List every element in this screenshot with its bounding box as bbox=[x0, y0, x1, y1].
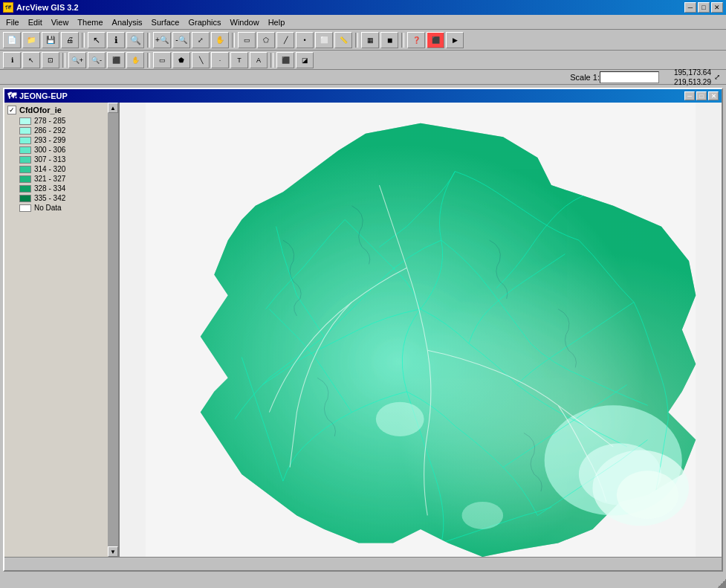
tool-extra1[interactable]: A bbox=[250, 52, 268, 68]
scale-input[interactable] bbox=[600, 71, 659, 83]
tool-pan[interactable]: ✋ bbox=[211, 32, 229, 48]
svg-point-3 bbox=[376, 402, 424, 436]
title-bar-left: 🗺 ArcView GIS 3.2 bbox=[3, 2, 79, 13]
resize-icon: ⤢ bbox=[714, 73, 720, 81]
legend-item-9: No Data bbox=[4, 203, 118, 213]
layer-name: CfdOfor_ie bbox=[19, 106, 62, 114]
tool-stop[interactable]: ⬛ bbox=[427, 32, 444, 48]
map-minimize-button[interactable]: ─ bbox=[684, 91, 695, 100]
legend-label-7: 328 - 334 bbox=[34, 184, 65, 193]
legend-color-6 bbox=[19, 175, 31, 183]
tool-measure[interactable]: 📏 bbox=[334, 32, 352, 48]
map-maximize-button[interactable]: □ bbox=[696, 91, 707, 100]
legend-label-2: 293 - 299 bbox=[34, 136, 65, 144]
legend-scrollbar: ▲ ▼ bbox=[108, 103, 118, 557]
legend-item-7: 328 - 334 bbox=[4, 184, 118, 193]
map-window-title-bar: 🗺 JEONG-EUP ─ □ ✕ bbox=[4, 89, 722, 103]
legend-label-1: 286 - 292 bbox=[34, 126, 65, 135]
tool-draw-poly[interactable]: ⬠ bbox=[257, 32, 275, 48]
menu-file[interactable]: File bbox=[1, 16, 24, 28]
map-window-title: JEONG-EUP bbox=[19, 91, 68, 100]
minimize-button[interactable]: ─ bbox=[684, 2, 696, 13]
sep-3 bbox=[232, 33, 235, 48]
tool-select[interactable]: ↖ bbox=[88, 32, 106, 48]
tool-z-out[interactable]: 🔍- bbox=[88, 52, 106, 68]
legend-item-0: 278 - 285 bbox=[4, 116, 118, 126]
tool-zoom-full[interactable]: ⤢ bbox=[192, 32, 210, 48]
legend-item-6: 321 - 327 bbox=[4, 174, 118, 184]
menu-analysis[interactable]: Analysis bbox=[108, 16, 147, 28]
legend-color-9 bbox=[19, 204, 31, 212]
tool-run[interactable]: ▶ bbox=[446, 32, 464, 48]
map-window: 🗺 JEONG-EUP ─ □ ✕ ✓ CfdOfor_ie 278 - 285 bbox=[3, 88, 723, 572]
layer-checkbox[interactable]: ✓ bbox=[7, 106, 16, 114]
tool-open[interactable]: 📁 bbox=[22, 32, 40, 48]
menu-edit[interactable]: Edit bbox=[24, 16, 47, 28]
coordinates-display: 195,173.64 219,513.29 bbox=[674, 68, 711, 87]
scroll-down-button[interactable]: ▼ bbox=[108, 546, 118, 557]
tool-polygon2[interactable]: ⬟ bbox=[172, 52, 190, 68]
tool-z-all[interactable]: ⬛ bbox=[107, 52, 125, 68]
tool-save[interactable]: 💾 bbox=[42, 32, 59, 48]
tool-theme1[interactable]: ▦ bbox=[361, 32, 379, 48]
legend-panel: ✓ CfdOfor_ie 278 - 285 286 - 292 293 - 2… bbox=[4, 103, 120, 557]
map-window-controls: ─ □ ✕ bbox=[684, 91, 719, 100]
tool-line2[interactable]: ╲ bbox=[192, 52, 210, 68]
title-bar: 🗺 ArcView GIS 3.2 ─ □ ✕ bbox=[0, 0, 726, 15]
map-view[interactable] bbox=[120, 103, 722, 557]
sep-8 bbox=[270, 53, 273, 68]
tool-vertex[interactable]: ⊡ bbox=[42, 52, 59, 68]
app-title: ArcView GIS 3.2 bbox=[16, 3, 79, 12]
tool-pointer[interactable]: ↖ bbox=[22, 52, 40, 68]
menu-graphics[interactable]: Graphics bbox=[184, 16, 226, 28]
tool-info[interactable]: ℹ bbox=[3, 52, 21, 68]
legend-color-4 bbox=[19, 156, 31, 164]
legend-item-5: 314 - 320 bbox=[4, 164, 118, 174]
tool-pan2[interactable]: ✋ bbox=[126, 52, 144, 68]
legend-item-2: 293 - 299 bbox=[4, 135, 118, 145]
tool-pt2[interactable]: · bbox=[211, 52, 229, 68]
tool-zoom-out[interactable]: -🔍 bbox=[172, 32, 190, 48]
tool-select2[interactable]: ▭ bbox=[153, 52, 171, 68]
menu-help[interactable]: Help bbox=[264, 16, 290, 28]
menu-theme[interactable]: Theme bbox=[73, 16, 107, 28]
title-bar-controls: ─ □ ✕ bbox=[684, 2, 723, 13]
tool-text[interactable]: T bbox=[230, 52, 248, 68]
resize-handle[interactable] bbox=[717, 579, 726, 588]
app-icon: 🗺 bbox=[3, 2, 13, 13]
tool-select-box[interactable]: ⬜ bbox=[315, 32, 333, 48]
tool-draw-line[interactable]: ╱ bbox=[276, 32, 294, 48]
scroll-track bbox=[108, 113, 118, 546]
tool-search[interactable]: 🔍 bbox=[126, 32, 144, 48]
legend-label-5: 314 - 320 bbox=[34, 165, 65, 173]
sep-7 bbox=[147, 53, 150, 68]
legend-color-8 bbox=[19, 195, 31, 202]
scroll-up-button[interactable]: ▲ bbox=[108, 103, 118, 113]
tool-help[interactable]: ❓ bbox=[407, 32, 425, 48]
legend-color-2 bbox=[19, 137, 31, 144]
sep-2 bbox=[147, 33, 150, 48]
tool-print[interactable]: 🖨 bbox=[61, 32, 79, 48]
sep-4 bbox=[355, 33, 358, 48]
legend-layer-row: ✓ CfdOfor_ie bbox=[4, 103, 118, 116]
menu-surface[interactable]: Surface bbox=[147, 16, 184, 28]
legend-label-9: No Data bbox=[34, 204, 62, 212]
tool-draw-pt[interactable]: • bbox=[296, 32, 314, 48]
sep-5 bbox=[401, 33, 404, 48]
tool-z-in[interactable]: 🔍+ bbox=[68, 52, 86, 68]
tool-theme2[interactable]: ◼ bbox=[380, 32, 398, 48]
tool-draw-rect[interactable]: ▭ bbox=[238, 32, 256, 48]
map-close-button[interactable]: ✕ bbox=[708, 91, 719, 100]
legend-label-0: 278 - 285 bbox=[34, 117, 65, 125]
tool-zoom-in[interactable]: +🔍 bbox=[153, 32, 171, 48]
menu-window[interactable]: Window bbox=[226, 16, 264, 28]
map-body: ✓ CfdOfor_ie 278 - 285 286 - 292 293 - 2… bbox=[4, 103, 722, 557]
tool-extra2[interactable]: ⬛ bbox=[276, 52, 294, 68]
menu-view[interactable]: View bbox=[47, 16, 74, 28]
tool-identify[interactable]: ℹ bbox=[107, 32, 125, 48]
tool-new[interactable]: 📄 bbox=[3, 32, 21, 48]
close-button[interactable]: ✕ bbox=[711, 2, 723, 13]
maximize-button[interactable]: □ bbox=[698, 2, 710, 13]
toolbar-1: 📄 📁 💾 🖨 ↖ ℹ 🔍 +🔍 -🔍 ⤢ ✋ ▭ ⬠ ╱ • ⬜ 📏 ▦ ◼ … bbox=[0, 30, 726, 51]
tool-extra3[interactable]: ◪ bbox=[296, 52, 314, 68]
